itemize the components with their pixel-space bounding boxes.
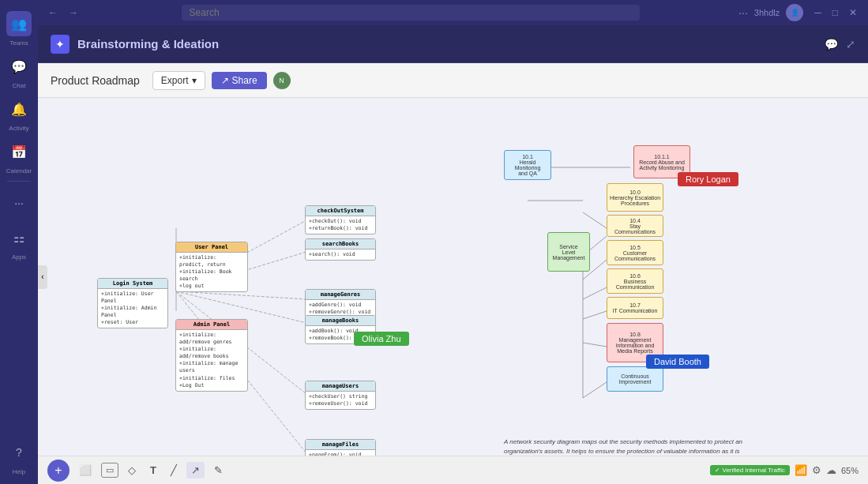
uml-files: manageFiles +pageFrom(): void <box>305 439 376 456</box>
sidebar-item-teams[interactable]: 👥 <box>6 11 32 36</box>
maximize-button[interactable]: □ <box>828 6 843 20</box>
uml-genres: manageGenres +addGenre(): void +removeGe… <box>305 289 376 318</box>
verified-badge: ✓ Verified Internal Traffic <box>710 465 790 475</box>
sidebar-item-calendar[interactable]: 📅 <box>6 139 32 164</box>
zoom-level: 65% <box>841 466 859 475</box>
chat-icon[interactable]: 💬 <box>825 38 838 51</box>
uml-genres-header: manageGenres <box>306 290 375 300</box>
canvas-area[interactable]: Login System +initialize: User Panel +in… <box>38 98 868 456</box>
svg-line-4 <box>176 291 306 299</box>
svg-line-17 <box>583 343 607 347</box>
sidebar-label-calendar: Calendar <box>6 167 32 174</box>
minimize-button[interactable]: ─ <box>810 6 826 20</box>
close-button[interactable]: ✕ <box>844 6 862 20</box>
bottom-right: ✓ Verified Internal Traffic 📶 ⚙ ☁ 65% <box>710 464 859 476</box>
sidebar-label-activity: Activity <box>9 125 28 132</box>
presence-david: David Booth <box>646 355 709 369</box>
arrow-tool[interactable]: ↗ <box>186 462 205 478</box>
app-title: Brainstorming & Ideation <box>77 37 219 51</box>
pen-tool[interactable]: ✎ <box>209 462 227 478</box>
uml-books-header: manageBooks <box>306 316 375 326</box>
sidebar-item-apps[interactable]: ⚏ <box>6 225 32 250</box>
flow-continuous: ContinuousImprovement <box>607 366 663 392</box>
export-chevron-icon: ▾ <box>192 75 197 86</box>
flow-10-1: 10.1Herald Monitoringand QA <box>504 150 551 180</box>
nav-forward-button[interactable]: → <box>65 6 82 20</box>
svg-line-18 <box>583 382 607 398</box>
header-icons: 💬 ⤢ <box>825 38 855 51</box>
uml-checkout-header: checkOutSystem <box>306 206 375 216</box>
olivia-name: Olivia Zhu <box>362 334 401 343</box>
presence-rory: Rory Logan <box>678 172 738 186</box>
uml-checkout: checkOutSystem +checkOut(): void +return… <box>305 205 376 234</box>
settings-icon[interactable]: ⚙ <box>812 464 821 476</box>
document-title: Product Roadmap <box>51 74 140 87</box>
user-avatar[interactable]: 👤 <box>786 4 803 21</box>
collaborator-avatar: N <box>273 72 291 89</box>
more-options-icon[interactable]: ··· <box>738 6 748 19</box>
app-logo: ✦ <box>51 35 70 54</box>
add-shape-button[interactable]: + <box>47 460 70 482</box>
uml-login-header: Login System <box>98 279 167 289</box>
sidebar-item-chat[interactable]: 💬 <box>6 54 32 79</box>
export-button[interactable]: Export ▾ <box>152 71 205 90</box>
flow-10-5: 10.5CustomerCommunications <box>607 240 663 265</box>
user-id-label: 3hhdlz <box>754 8 780 17</box>
uml-user-panel: User Panel +initialize: predict, return … <box>175 242 248 292</box>
presence-olivia: Olivia Zhu <box>354 332 409 346</box>
sidebar-label-chat: Chat <box>13 82 26 89</box>
text-tool[interactable]: T <box>145 462 161 478</box>
toolbar: Product Roadmap Export ▾ ↗ Share N <box>38 63 868 98</box>
rounded-rect-tool[interactable]: ▭ <box>101 463 118 478</box>
rectangle-tool[interactable]: ⬜ <box>74 462 96 478</box>
flow-slm: ServiceLevelManagement <box>547 232 590 272</box>
wifi-icon: 📶 <box>795 464 807 476</box>
uml-users-body: +checkUser() string +removeUser(): void <box>306 392 375 409</box>
bottom-toolbar: + ⬜ ▭ ◇ T ╱ ↗ ✎ ✓ Verified Internal Traf… <box>38 456 868 484</box>
sidebar-divider <box>7 181 31 182</box>
sidebar-label-help: Help <box>13 468 25 475</box>
share-label: Share <box>232 75 257 86</box>
nav-back-button[interactable]: ← <box>44 6 62 20</box>
sidebar-collapse-toggle[interactable]: ‹ <box>38 265 47 289</box>
uml-admin-panel: Admin Panel +initialize: add/remove genr… <box>175 319 248 392</box>
svg-line-5 <box>176 291 306 323</box>
titlebar-left: ← → <box>44 6 82 20</box>
uml-search: searchBooks +search(): void <box>305 238 376 261</box>
export-label: Export <box>161 75 189 86</box>
svg-line-12 <box>583 212 607 228</box>
david-name: David Booth <box>654 357 701 366</box>
line-tool[interactable]: ╱ <box>166 462 182 478</box>
main-content: ← → ··· 3hhdlz 👤 ─ □ ✕ ✦ Brainstorming &… <box>38 0 868 484</box>
uml-files-header: manageFiles <box>306 440 375 450</box>
expand-icon[interactable]: ⤢ <box>846 38 855 51</box>
flow-10-6: 10.6BusinessCommunication <box>607 268 663 294</box>
description-text: A network security diagram maps out the … <box>504 437 757 456</box>
uml-userpanel-body: +initialize: predict, return +initialize… <box>176 253 247 291</box>
titlebar: ← → ··· 3hhdlz 👤 ─ □ ✕ <box>38 0 868 25</box>
sidebar: 👥 Teams 💬 Chat 🔔 Activity 📅 Calendar ···… <box>0 0 38 484</box>
cloud-sync-icon: ☁ <box>826 464 836 476</box>
uml-adminpanel-body: +initialize: add/remove genres +initiali… <box>176 330 247 391</box>
flow-10-4: 10.4Stay Communications <box>607 215 663 237</box>
nav-buttons: ← → <box>44 6 82 20</box>
flow-10-0: 10.0Hierarchy EscalationProcedures <box>607 183 663 212</box>
svg-line-16 <box>583 311 607 319</box>
search-input[interactable] <box>182 5 640 21</box>
sidebar-label-apps: Apps <box>12 253 26 261</box>
collaborator-initial: N <box>279 77 284 84</box>
diamond-tool[interactable]: ◇ <box>123 462 141 478</box>
share-button[interactable]: ↗ Share <box>212 72 267 89</box>
uml-login-system: Login System +initialize: User Panel +in… <box>97 278 168 328</box>
uml-files-body: +pageFrom(): void <box>306 450 375 456</box>
sidebar-label-teams: Teams <box>9 39 28 47</box>
sidebar-item-help[interactable]: ? <box>6 440 32 465</box>
titlebar-right: ··· 3hhdlz 👤 ─ □ ✕ <box>738 4 862 21</box>
rory-name: Rory Logan <box>686 174 731 184</box>
sidebar-item-more[interactable]: ··· <box>6 190 32 216</box>
flow-10-7: 10.7IT Communication <box>607 297 663 319</box>
uml-users-header: manageUsers <box>306 381 375 392</box>
sidebar-item-activity[interactable]: 🔔 <box>6 96 32 122</box>
share-icon: ↗ <box>221 75 229 86</box>
uml-search-header: searchBooks <box>306 239 375 250</box>
